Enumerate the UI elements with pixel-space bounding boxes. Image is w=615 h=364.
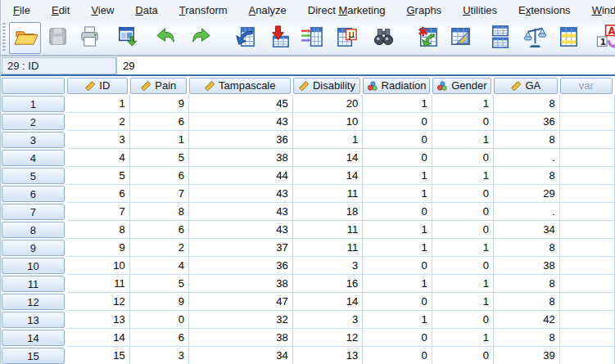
data-cell[interactable]: 13 bbox=[67, 311, 130, 329]
row-header-10[interactable]: 10 bbox=[2, 258, 65, 274]
row-header-11[interactable]: 11 bbox=[2, 276, 65, 292]
data-cell[interactable]: 8 bbox=[494, 275, 560, 293]
data-cell[interactable]: 9 bbox=[67, 239, 130, 257]
find-button[interactable] bbox=[368, 22, 400, 54]
data-cell[interactable]: 36 bbox=[189, 257, 293, 275]
data-cell[interactable]: 0 bbox=[363, 131, 432, 149]
data-cell[interactable]: 6 bbox=[130, 221, 189, 239]
data-cell[interactable] bbox=[560, 239, 615, 257]
menu-window[interactable]: Window bbox=[581, 2, 615, 19]
data-cell[interactable]: 0 bbox=[432, 311, 494, 329]
data-cell[interactable]: 43 bbox=[189, 113, 293, 131]
data-cell[interactable]: 38 bbox=[189, 149, 293, 167]
data-cell[interactable] bbox=[560, 203, 615, 221]
value-labels-button[interactable]: A1 bbox=[592, 22, 615, 54]
data-cell[interactable]: 20 bbox=[293, 95, 364, 113]
data-cell[interactable]: 0 bbox=[363, 347, 432, 364]
data-cell[interactable]: 12 bbox=[293, 329, 364, 347]
data-cell[interactable]: 18 bbox=[293, 203, 364, 221]
split-file-button[interactable] bbox=[484, 22, 516, 54]
data-cell[interactable] bbox=[560, 293, 615, 311]
data-cell[interactable]: 43 bbox=[189, 185, 293, 203]
data-cell[interactable]: 6 bbox=[130, 113, 189, 131]
data-cell[interactable]: 0 bbox=[432, 203, 494, 221]
data-cell[interactable]: 1 bbox=[363, 275, 432, 293]
data-cell[interactable]: 36 bbox=[494, 113, 560, 131]
data-cell[interactable]: 4 bbox=[130, 257, 189, 275]
data-cell[interactable]: 36 bbox=[189, 131, 293, 149]
data-cell[interactable]: 15 bbox=[67, 347, 130, 364]
data-cell[interactable]: 8 bbox=[494, 239, 560, 257]
data-cell[interactable]: 0 bbox=[432, 185, 494, 203]
data-cell[interactable]: 0 bbox=[363, 149, 432, 167]
select-all-corner-cell[interactable] bbox=[2, 78, 65, 94]
row-header-1[interactable]: 1 bbox=[2, 96, 65, 112]
data-cell[interactable]: 1 bbox=[130, 131, 189, 149]
data-cell[interactable]: 38 bbox=[189, 329, 293, 347]
toolbar-drag-handle[interactable] bbox=[2, 23, 6, 52]
column-header-id[interactable]: ID bbox=[67, 78, 128, 94]
data-cell[interactable]: 34 bbox=[189, 347, 293, 364]
data-cell[interactable]: 1 bbox=[67, 95, 130, 113]
data-cell[interactable]: 8 bbox=[130, 203, 189, 221]
data-cell[interactable]: 0 bbox=[432, 221, 494, 239]
data-cell[interactable] bbox=[560, 185, 615, 203]
data-cell[interactable]: 1 bbox=[363, 221, 432, 239]
select-cases-button[interactable] bbox=[552, 22, 584, 54]
column-header-tampascale[interactable]: Tampascale bbox=[189, 78, 291, 94]
column-header-ga[interactable]: GA bbox=[494, 78, 558, 94]
data-cell[interactable]: 1 bbox=[293, 131, 364, 149]
row-header-13[interactable]: 13 bbox=[2, 312, 65, 328]
descriptive-statistics-button[interactable]: μ bbox=[330, 22, 362, 54]
data-cell[interactable]: 1 bbox=[432, 167, 494, 185]
menu-data[interactable]: Data bbox=[124, 2, 168, 19]
data-cell[interactable] bbox=[560, 347, 615, 364]
data-cell[interactable]: 3 bbox=[130, 347, 189, 364]
save-button[interactable] bbox=[42, 22, 74, 54]
menu-edit[interactable]: Edit bbox=[41, 2, 80, 19]
data-cell[interactable]: 47 bbox=[189, 293, 293, 311]
variables-button[interactable] bbox=[296, 22, 328, 54]
data-cell[interactable]: 14 bbox=[293, 167, 364, 185]
data-cell[interactable]: 9 bbox=[130, 293, 189, 311]
row-header-5[interactable]: 5 bbox=[2, 168, 65, 184]
data-cell[interactable] bbox=[560, 167, 615, 185]
data-cell[interactable]: 14 bbox=[67, 329, 130, 347]
insert-variable-button[interactable] bbox=[444, 22, 476, 54]
data-cell[interactable]: 16 bbox=[293, 275, 364, 293]
data-cell[interactable]: 8 bbox=[494, 167, 560, 185]
recall-dialogs-button[interactable] bbox=[111, 22, 142, 54]
data-cell[interactable]: 1 bbox=[432, 131, 494, 149]
data-cell[interactable]: 0 bbox=[363, 113, 432, 131]
menu-direct-marketing[interactable]: Direct Marketing bbox=[297, 2, 396, 19]
data-cell[interactable]: 0 bbox=[130, 311, 189, 329]
data-cell[interactable]: 42 bbox=[494, 311, 560, 329]
data-cell[interactable]: 37 bbox=[189, 239, 293, 257]
data-cell[interactable]: 1 bbox=[432, 329, 494, 347]
data-cell[interactable]: 0 bbox=[363, 293, 432, 311]
data-cell[interactable]: 7 bbox=[130, 185, 189, 203]
row-header-4[interactable]: 4 bbox=[2, 150, 65, 166]
data-cell[interactable]: 1 bbox=[432, 239, 494, 257]
open-data-button[interactable] bbox=[9, 22, 41, 54]
data-cell[interactable] bbox=[560, 95, 615, 113]
data-cell[interactable]: 1 bbox=[363, 239, 432, 257]
insert-cases-button[interactable] bbox=[410, 22, 442, 54]
row-header-8[interactable]: 8 bbox=[2, 222, 65, 238]
data-cell[interactable]: 1 bbox=[432, 275, 494, 293]
data-cell[interactable]: 34 bbox=[494, 221, 560, 239]
data-cell[interactable]: 3 bbox=[67, 131, 130, 149]
data-cell[interactable]: 1 bbox=[363, 311, 432, 329]
undo-button[interactable] bbox=[150, 22, 182, 54]
data-cell[interactable]: 13 bbox=[293, 347, 364, 364]
data-cell[interactable]: 11 bbox=[293, 221, 364, 239]
data-cell[interactable]: 2 bbox=[130, 239, 189, 257]
print-button[interactable] bbox=[74, 22, 106, 54]
data-cell[interactable] bbox=[560, 149, 615, 167]
data-cell[interactable]: 5 bbox=[130, 275, 189, 293]
data-cell[interactable]: 12 bbox=[67, 293, 130, 311]
data-cell[interactable]: 0 bbox=[363, 203, 432, 221]
data-cell[interactable]: 38 bbox=[189, 275, 293, 293]
menu-graphs[interactable]: Graphs bbox=[396, 2, 452, 19]
data-cell[interactable]: 10 bbox=[293, 113, 364, 131]
